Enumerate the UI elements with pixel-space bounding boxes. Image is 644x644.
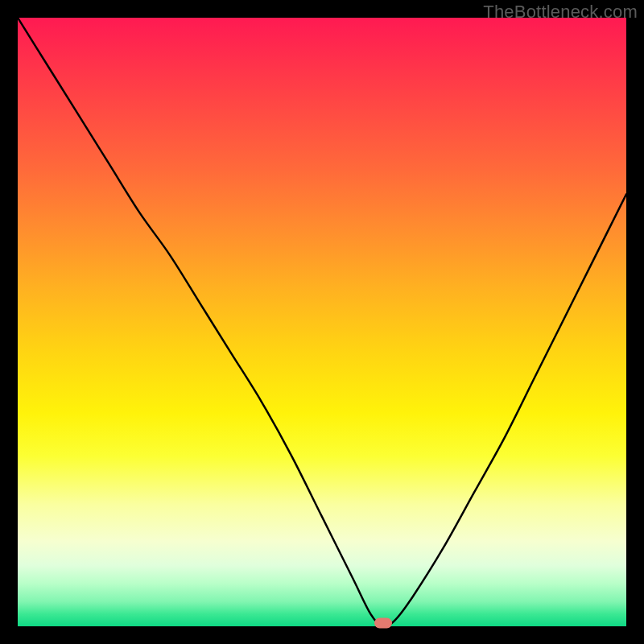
bottleneck-curve (18, 18, 626, 626)
optimal-point-marker (374, 618, 392, 629)
chart-frame: TheBottleneck.com (0, 0, 644, 644)
plot-area (18, 18, 626, 626)
watermark-text: TheBottleneck.com (483, 2, 638, 23)
